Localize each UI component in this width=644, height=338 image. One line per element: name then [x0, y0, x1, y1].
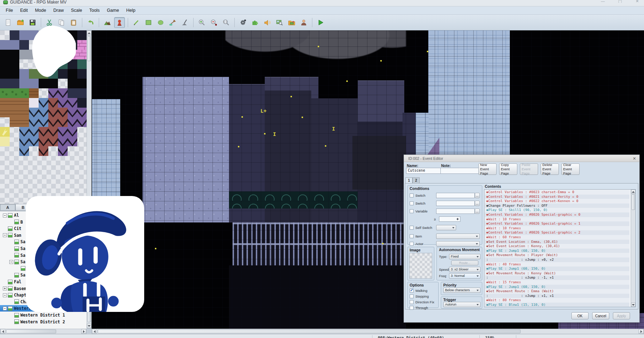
- maximize-button-icon[interactable]: ▢: [616, 0, 624, 3]
- event-command-line[interactable]: ◆Control Variables : #0026 Special-graph…: [485, 212, 629, 217]
- map-hscroll-thumb[interactable]: [98, 329, 521, 333]
- through-checkbox[interactable]: [410, 306, 414, 310]
- paste-event-page-button[interactable]: Paste Event Page: [520, 163, 538, 175]
- event-command-line[interactable]: ◆Play SE : Blow1 (15, 110, 0): [485, 303, 629, 307]
- event-command-line[interactable]: ◆Set Movement Route : Emma (Wait): [485, 289, 629, 294]
- event-command-line[interactable]: ◆Wait : 60 frames: [485, 235, 629, 240]
- priority-dropdown[interactable]: Below characters: [443, 288, 480, 293]
- copy-event-page-button[interactable]: Copy Event Page: [499, 163, 517, 175]
- pencil-button[interactable]: [131, 17, 142, 28]
- ellipse-button[interactable]: [155, 17, 166, 28]
- contents-vertical-scrollbar[interactable]: [631, 190, 635, 307]
- event-searcher-button[interactable]: [274, 17, 285, 28]
- event-command-line[interactable]: ◆Set Movement Route : Player (Wait): [485, 253, 629, 258]
- character-generator-button[interactable]: [298, 17, 309, 28]
- switch2-input[interactable]: [436, 201, 475, 206]
- expand-icon[interactable]: [3, 286, 7, 290]
- variable-checkbox[interactable]: [410, 209, 414, 213]
- item-checkbox[interactable]: [410, 234, 414, 238]
- menu-item-draw[interactable]: Draw: [50, 7, 67, 14]
- delete-event-page-button[interactable]: Delete Event Page: [541, 163, 559, 175]
- plugin-manager-button[interactable]: [250, 17, 260, 28]
- self-switch-dropdown[interactable]: [436, 225, 456, 230]
- menu-item-scale[interactable]: Scale: [67, 7, 86, 14]
- undo-button[interactable]: [85, 17, 96, 28]
- movement-speed-dropdown[interactable]: 3: x2 Slower: [449, 267, 480, 272]
- tree-item-western-district-1[interactable]: Western District 1: [0, 312, 87, 318]
- event-contents-list[interactable]: ◆Control Variables : #0023 charset-Emma …: [484, 189, 636, 307]
- walking-checkbox[interactable]: ✓: [410, 289, 414, 293]
- switch2-picker-button[interactable]: ...: [475, 201, 480, 206]
- minimize-button-icon[interactable]: —: [599, 0, 607, 3]
- menu-item-game[interactable]: Game: [103, 7, 123, 14]
- actor-dropdown[interactable]: [436, 241, 480, 246]
- scroll-down-icon[interactable]: [87, 324, 91, 328]
- palette-scroll-thumb[interactable]: [87, 36, 91, 61]
- scroll-left-icon[interactable]: [92, 329, 97, 334]
- collapse-icon[interactable]: [3, 214, 7, 217]
- menu-item-edit[interactable]: Edit: [16, 7, 31, 14]
- map-mode-button[interactable]: [102, 17, 113, 28]
- collapse-icon[interactable]: [9, 260, 13, 264]
- event-command-line[interactable]: ◆Control Variables : #0026 Special-graph…: [485, 221, 629, 226]
- scroll-up-icon[interactable]: [631, 190, 635, 194]
- movement-freq-dropdown[interactable]: 3: Normal: [449, 273, 480, 279]
- variable-input[interactable]: [436, 209, 475, 214]
- palette-vertical-scrollbar[interactable]: [87, 30, 92, 204]
- event-image-preview[interactable]: [409, 253, 432, 279]
- cancel-button[interactable]: Cancel: [592, 312, 609, 319]
- tree-horizontal-scrollbar[interactable]: [0, 329, 87, 334]
- scroll-left-icon[interactable]: [0, 329, 5, 334]
- event-command-line[interactable]: ◆Wait : 10 frames: [485, 217, 629, 222]
- self-switch-checkbox[interactable]: [410, 226, 414, 230]
- switch1-input[interactable]: [436, 193, 475, 198]
- scroll-up-icon[interactable]: [87, 31, 91, 35]
- event-command-line[interactable]: ◆Play SE : Jump1 (60, 150, 0): [485, 285, 629, 289]
- event-command-line[interactable]: ◆Play SE : Jump1 (60, 150, 0): [485, 266, 629, 271]
- event-command-line[interactable]: ◆Control Variables : #0021 charset-Verit…: [485, 195, 629, 199]
- scroll-right-icon[interactable]: [81, 329, 86, 334]
- event-command-line[interactable]: ◆Wait : 40 frames: [485, 262, 629, 267]
- event-command-line[interactable]: ◆Wait : 10 frames: [485, 226, 629, 231]
- event-command-line[interactable]: ◆Control Variables : #0022 charset-Kenne…: [485, 199, 629, 204]
- event-command-line[interactable]: ◆Control Variables : #0026 Special-graph…: [485, 230, 629, 235]
- menu-item-tools[interactable]: Tools: [86, 7, 103, 14]
- event-mode-button[interactable]: [114, 17, 125, 28]
- event-command-line[interactable]: ◆Change Player Followers : OFF: [485, 204, 629, 208]
- event-command-line[interactable]: : : ◇Jump : +0, +2: [485, 258, 629, 262]
- event-command-line[interactable]: ◆Wait : 15 frames: [485, 280, 629, 285]
- ok-button[interactable]: OK: [571, 312, 589, 319]
- event-command-line[interactable]: ◆Play SE : Jump1 (60, 150, 0): [485, 249, 629, 253]
- close-icon[interactable]: ✕: [631, 156, 637, 161]
- options-button[interactable]: [238, 17, 248, 28]
- event-command-line[interactable]: : : ◇Jump : -1, +1: [485, 275, 629, 280]
- actual-scale-button[interactable]: 1:1: [221, 17, 231, 28]
- trigger-dropdown[interactable]: Autorun: [443, 302, 480, 307]
- map-horizontal-scrollbar[interactable]: [92, 329, 644, 334]
- event-command-line[interactable]: ◆Set Movement Route : Kenny (Wait): [485, 271, 629, 276]
- event-command-line[interactable]: ◆Set Event Location : Emma, (30,41): [485, 240, 629, 244]
- menu-item-help[interactable]: Help: [123, 7, 139, 14]
- menu-item-file[interactable]: File: [2, 7, 16, 14]
- resource-manager-button[interactable]: [286, 17, 297, 28]
- zoom-out-button[interactable]: [209, 17, 219, 28]
- close-button-icon[interactable]: ✕: [633, 0, 641, 3]
- movement-type-dropdown[interactable]: Fixed: [449, 254, 480, 259]
- actor-checkbox[interactable]: [410, 242, 414, 246]
- event-command-line[interactable]: ◆Set Event Location : Kenny, (30,41): [485, 244, 629, 249]
- event-command-line[interactable]: ◆Play SE : Skill1 (90, 150, 0): [485, 208, 629, 212]
- rectangle-button[interactable]: [143, 17, 154, 28]
- variable-picker-button[interactable]: ...: [475, 209, 480, 214]
- zoom-in-button[interactable]: [196, 17, 207, 28]
- collapse-icon[interactable]: [3, 293, 7, 297]
- stepping-checkbox[interactable]: [410, 294, 414, 298]
- playtest-button[interactable]: [315, 17, 326, 28]
- tab-event-page-2[interactable]: 2: [413, 177, 420, 183]
- contents-scroll-thumb[interactable]: [631, 194, 635, 210]
- clear-event-page-button[interactable]: Clear Event Page: [561, 163, 580, 175]
- switch1-checkbox[interactable]: [410, 194, 414, 197]
- menu-item-mode[interactable]: Mode: [31, 7, 50, 14]
- sound-test-button[interactable]: [262, 17, 273, 28]
- new-project-button[interactable]: [3, 17, 14, 28]
- scroll-down-icon[interactable]: [631, 303, 635, 307]
